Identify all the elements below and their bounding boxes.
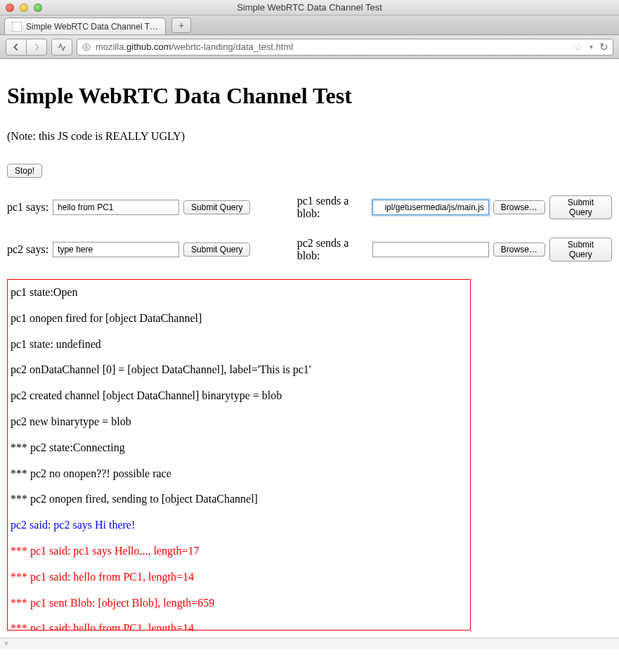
log-line: pc1 state: undefined [11, 337, 467, 352]
pc2-blob-label: pc2 sends a blob: [297, 237, 368, 262]
url-text: mozilla.github.com/webrtc-landing/data_t… [96, 41, 570, 52]
log-line: pc2 onDataChannel [0] = [object DataChan… [11, 363, 467, 377]
log-line: *** pc2 onopen fired, sending to [object… [11, 492, 467, 507]
window-controls [0, 4, 42, 12]
log-line: *** pc2 no onopen??! possible race [11, 467, 467, 482]
pc1-blob-submit[interactable]: Submit Query [549, 195, 612, 219]
status-close-icon[interactable]: × [4, 640, 8, 647]
log-line: pc2 created channel [object DataChannel]… [11, 389, 467, 403]
tab-favicon [12, 22, 22, 32]
log-line: *** pc1 said: pc1 says Hello..., length=… [11, 544, 467, 559]
navigation-toolbar: mozilla.github.com/webrtc-landing/data_t… [0, 35, 619, 59]
log-line: *** pc1 sent Blob: [object Blob], length… [11, 596, 467, 611]
url-bar[interactable]: mozilla.github.com/webrtc-landing/data_t… [77, 39, 613, 56]
tab-strip: Simple WebRTC Data Channel T… + [0, 15, 619, 35]
forward-icon [32, 42, 41, 52]
pc1-blob-browse-button[interactable]: Browse… [493, 200, 545, 214]
back-forward-group [6, 39, 47, 56]
pc1-row: pc1 says: Submit Query pc1 sends a blob:… [7, 195, 612, 220]
url-dropdown-icon[interactable]: ▾ [589, 43, 593, 51]
bookmark-star-icon[interactable]: ☆ [574, 41, 583, 53]
log-line: pc1 onopen fired for [object DataChannel… [11, 311, 467, 326]
pc1-says-label: pc1 says: [7, 201, 48, 214]
log-panel[interactable]: pc1 state:Openpc1 onopen fired for [obje… [7, 279, 471, 631]
pc2-blob-browse-button[interactable]: Browse… [493, 243, 545, 257]
activity-icon [57, 42, 67, 52]
pc1-blob-label: pc1 sends a blob: [297, 195, 368, 220]
activity-button[interactable] [51, 39, 72, 56]
page-heading: Simple WebRTC Data Channel Test [7, 83, 612, 109]
status-bar: × [0, 638, 619, 649]
pc1-says-submit[interactable]: Submit Query [183, 200, 250, 214]
form-rows: pc1 says: Submit Query pc1 sends a blob:… [7, 195, 612, 262]
log-line: *** pc1 said: hello from PC1, length=14 [11, 570, 467, 585]
globe-icon [82, 42, 91, 52]
pc2-blob-file-input[interactable] [372, 242, 489, 257]
log-line: *** pc1 said: hello from PC1, length=14 [11, 621, 467, 631]
page-note: (Note: this JS code is REALLY UGLY) [7, 130, 612, 143]
log-line: pc2 said: pc2 says Hi there! [11, 518, 467, 533]
zoom-window-button[interactable] [34, 4, 42, 12]
pc1-blob-file-input[interactable]: ipl/getusermedia/js/main.js [372, 200, 489, 215]
log-line: *** pc2 state:Connecting [11, 441, 467, 455]
pc1-says-input[interactable] [53, 200, 179, 215]
window-titlebar: Simple WebRTC Data Channel Test [0, 0, 619, 15]
pc2-row: pc2 says: Submit Query pc2 sends a blob:… [7, 237, 612, 262]
log-line: pc1 state:Open [11, 285, 467, 300]
stop-button[interactable]: Stop! [7, 164, 42, 178]
window-title: Simple WebRTC Data Channel Test [0, 2, 619, 13]
browser-tab[interactable]: Simple WebRTC Data Channel T… [4, 18, 166, 34]
page-content: Simple WebRTC Data Channel Test (Note: t… [0, 59, 619, 638]
minimize-window-button[interactable] [20, 4, 28, 12]
reload-icon[interactable]: ↻ [599, 41, 608, 53]
pc2-says-input[interactable] [53, 242, 179, 257]
forward-button[interactable] [26, 39, 47, 56]
pc2-says-label: pc2 says: [7, 243, 48, 256]
new-tab-button[interactable]: + [171, 18, 191, 33]
log-line: pc2 new binarytype = blob [11, 415, 467, 429]
pc2-says-submit[interactable]: Submit Query [183, 243, 250, 257]
close-window-button[interactable] [6, 4, 14, 12]
tab-label: Simple WebRTC Data Channel T… [26, 22, 158, 32]
back-icon [11, 42, 21, 52]
pc2-blob-submit[interactable]: Submit Query [549, 238, 612, 261]
back-button[interactable] [6, 39, 27, 56]
